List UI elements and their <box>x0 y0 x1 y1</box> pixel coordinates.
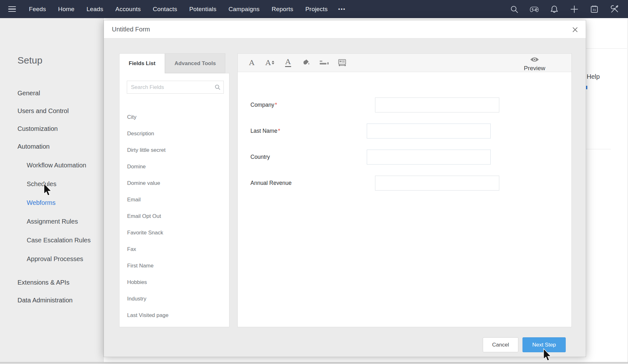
sidebar-item[interactable]: Customization <box>0 123 103 135</box>
sidebar-item[interactable]: Webforms <box>0 197 103 209</box>
sidebar-menu: General Users and Control Customization … <box>0 81 103 306</box>
background-divider <box>586 149 611 149</box>
setup-tools-icon[interactable] <box>610 4 619 14</box>
preview-button[interactable]: Preview <box>520 57 549 72</box>
field-list-item[interactable]: Favorite Snack <box>119 225 229 241</box>
sidebar-item[interactable]: Automation <box>0 140 103 152</box>
form-field-label: Last Name* <box>250 128 280 134</box>
nav-item[interactable]: Feeds <box>23 6 52 13</box>
search-icon[interactable] <box>509 4 519 14</box>
search-fields-box <box>127 81 224 94</box>
sidebar-item[interactable]: Schedules <box>0 178 103 190</box>
font-size-icon[interactable]: A <box>264 57 275 68</box>
svg-text:31: 31 <box>592 8 596 11</box>
form-field-input[interactable] <box>375 98 499 112</box>
help-link[interactable]: Help <box>587 73 600 80</box>
field-list-item[interactable]: Hobbies <box>119 274 229 291</box>
field-list-item[interactable]: Domine <box>119 158 229 175</box>
next-step-button[interactable]: Next Step <box>522 337 566 352</box>
field-list-item[interactable]: Email <box>119 192 229 208</box>
webform-modal: Untitled Form Fields ListAdvanced Tools … <box>104 20 586 357</box>
nav-menu: FeedsHomeLeadsAccountsContactsPotentials… <box>23 6 334 13</box>
preview-label: Preview <box>520 65 549 72</box>
form-field-label: Country <box>250 154 270 160</box>
sidebar-item[interactable]: Workflow Automation <box>0 159 103 171</box>
field-list-item[interactable]: Lead Source <box>119 324 229 327</box>
field-list-item[interactable]: City <box>119 109 229 125</box>
page-bottom-bar <box>0 362 628 364</box>
modal-header: Untitled Form <box>104 20 586 38</box>
nav-icon-group: 31 <box>509 4 619 14</box>
required-asterisk: * <box>275 102 277 108</box>
form-field-row[interactable]: Country <box>250 150 571 165</box>
nav-item[interactable]: Leads <box>80 6 109 13</box>
background-divider <box>586 48 627 49</box>
form-field-input[interactable] <box>375 176 499 191</box>
setup-sidebar: Setup General Users and Control Customiz… <box>0 18 104 362</box>
nav-item[interactable]: Reports <box>266 6 299 13</box>
tab[interactable]: Advanced Tools <box>165 53 225 73</box>
nav-item[interactable]: Potentials <box>183 6 222 13</box>
eye-icon <box>530 57 539 63</box>
form-field-label: Company* <box>250 102 277 108</box>
available-fields-list: CityDescriptionDirty little secretDomine… <box>119 101 229 327</box>
font-color-icon[interactable]: A <box>283 57 293 68</box>
field-list-item[interactable]: Description <box>119 125 229 142</box>
sidebar-item[interactable]: Users and Control <box>0 105 103 117</box>
field-list-item[interactable]: Dirty little secret <box>119 142 229 158</box>
field-list-item[interactable]: Email Opt Out <box>119 208 229 225</box>
form-field-row[interactable]: Last Name* <box>250 124 571 138</box>
field-list-item[interactable]: Industry <box>119 291 229 307</box>
sidebar-item[interactable]: Approval Processes <box>0 253 103 265</box>
field-list-item[interactable]: Domine value <box>119 175 229 192</box>
form-width-icon[interactable] <box>337 57 348 68</box>
modal-title: Untitled Form <box>112 20 150 38</box>
gamepad-icon[interactable] <box>529 4 539 14</box>
top-nav: FeedsHomeLeadsAccountsContactsPotentials… <box>0 0 628 18</box>
nav-more-button[interactable]: ••• <box>334 6 350 12</box>
sidebar-item[interactable]: General <box>0 87 103 99</box>
field-list-item[interactable]: First Name <box>119 258 229 274</box>
background-color-icon[interactable] <box>301 57 311 68</box>
sidebar-item[interactable]: Case Escalation Rules <box>0 234 103 246</box>
search-icon <box>215 84 221 90</box>
sidebar-item[interactable]: Data Administration <box>0 294 103 306</box>
font-family-icon[interactable]: A <box>246 57 257 68</box>
nav-item[interactable]: Projects <box>299 6 334 13</box>
nav-item[interactable]: Accounts <box>109 6 147 13</box>
close-icon[interactable] <box>571 26 579 33</box>
form-field-label: Annual Revenue <box>250 180 291 186</box>
divider-icon[interactable] <box>319 57 330 68</box>
fields-list-panel: CityDescriptionDirty little secretDomine… <box>119 73 229 327</box>
sidebar-item[interactable]: Assignment Rules <box>0 215 103 227</box>
search-fields-input[interactable] <box>127 81 224 94</box>
menu-hamburger-icon[interactable] <box>8 6 16 12</box>
sidebar-title: Setup <box>17 56 42 65</box>
cancel-button[interactable]: Cancel <box>483 337 518 352</box>
form-field-row[interactable]: Annual Revenue <box>250 176 571 191</box>
form-field-row[interactable]: Company* <box>250 98 571 112</box>
background-link-fragment <box>586 86 587 89</box>
editor-toolbar: A A A Preview <box>238 54 571 71</box>
field-list-item[interactable]: Fax <box>119 241 229 258</box>
sidebar-item[interactable]: Extensions & APIs <box>0 276 103 288</box>
app-screen: FeedsHomeLeadsAccountsContactsPotentials… <box>0 0 628 364</box>
panel-tabs: Fields ListAdvanced Tools <box>119 53 225 73</box>
nav-item[interactable]: Contacts <box>147 6 183 13</box>
notifications-bell-icon[interactable] <box>550 4 559 14</box>
required-asterisk: * <box>278 128 280 134</box>
add-plus-icon[interactable] <box>570 4 579 14</box>
form-field-input[interactable] <box>367 150 491 165</box>
calendar-icon[interactable]: 31 <box>590 4 599 14</box>
tab[interactable]: Fields List <box>119 53 165 73</box>
nav-item[interactable]: Home <box>52 6 80 13</box>
field-list-item[interactable]: Last Visited page <box>119 307 229 324</box>
form-editor-panel: A A A Preview <box>237 53 572 327</box>
nav-item[interactable]: Campaigns <box>222 6 266 13</box>
form-canvas: Company* Last Name* Country Annu <box>238 72 571 327</box>
form-field-input[interactable] <box>367 124 491 138</box>
